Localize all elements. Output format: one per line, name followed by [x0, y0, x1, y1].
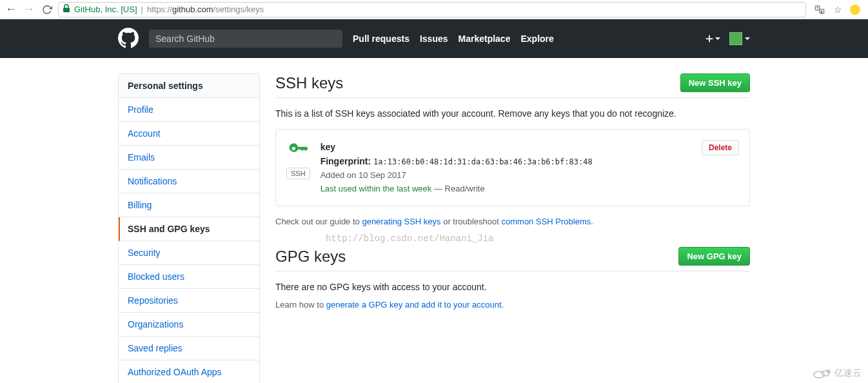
svg-point-4: [822, 371, 829, 376]
sidebar-item-billing[interactable]: Billing: [119, 193, 259, 217]
sidebar-heading: Personal settings: [119, 74, 259, 98]
ssh-heading: SSH keys: [275, 74, 343, 92]
nav-pull-requests[interactable]: Pull requests: [353, 34, 409, 44]
user-menu[interactable]: [729, 32, 750, 45]
settings-sidebar: Personal settings Profile Account Emails…: [118, 74, 260, 383]
generate-gpg-key-link[interactable]: generate a GPG key and add it to your ac…: [326, 300, 502, 309]
translate-icon[interactable]: [814, 4, 825, 15]
search-input[interactable]: [149, 30, 342, 48]
github-logo-icon[interactable]: [118, 28, 139, 50]
sidebar-item-saved-replies[interactable]: Saved replies: [119, 337, 259, 360]
delete-key-button[interactable]: Delete: [702, 140, 739, 155]
caret-down-icon: [745, 37, 750, 40]
key-title: key: [321, 140, 691, 154]
sidebar-item-security[interactable]: Security: [119, 241, 259, 265]
ssh-key-item: SSH key Fingerprint: 1a:13:60:b0:48:1d:3…: [275, 129, 750, 206]
corner-logo: 亿速云: [813, 368, 862, 379]
avatar: [729, 32, 742, 45]
sidebar-item-authorized-oauth-apps[interactable]: Authorized OAuth Apps: [119, 360, 259, 383]
lock-icon: [63, 4, 70, 15]
fingerprint-value: 1a:13:60:b0:48:1d:31:da:63:ba:46:3a:b6:b…: [373, 157, 593, 166]
key-icon: [288, 140, 308, 162]
extension-icon[interactable]: [850, 5, 860, 15]
caret-down-icon: [715, 37, 720, 40]
ssh-badge: SSH: [286, 168, 310, 179]
gpg-empty-message: There are no GPG keys with access to you…: [275, 282, 750, 292]
key-added-date: Added on 10 Sep 2017: [321, 169, 691, 182]
sidebar-item-profile[interactable]: Profile: [119, 98, 259, 122]
header-nav: Pull requests Issues Marketplace Explore: [353, 34, 554, 44]
ev-certificate-label: GitHub, Inc. [US]: [74, 5, 137, 14]
create-new-dropdown[interactable]: [705, 34, 720, 43]
reload-button[interactable]: [40, 3, 54, 17]
common-ssh-problems-link[interactable]: common SSH Problems: [502, 217, 591, 226]
svg-rect-0: [63, 8, 70, 12]
address-bar[interactable]: GitHub, Inc. [US] | https://github.com/s…: [58, 2, 806, 17]
nav-marketplace[interactable]: Marketplace: [459, 34, 511, 44]
nav-explore[interactable]: Explore: [520, 34, 553, 44]
sidebar-item-blocked-users[interactable]: Blocked users: [119, 265, 259, 289]
ssh-description: This is a list of SSH keys associated wi…: [275, 108, 750, 119]
nav-issues[interactable]: Issues: [420, 34, 448, 44]
sidebar-item-notifications[interactable]: Notifications: [119, 170, 259, 193]
ssh-guide-note: Check out our guide to generating SSH ke…: [275, 217, 750, 226]
key-last-used: Last used within the last week: [321, 184, 432, 193]
key-access-level: Read/write: [445, 184, 485, 193]
fingerprint-label: Fingerprint:: [321, 156, 371, 166]
new-ssh-key-button[interactable]: New SSH key: [680, 74, 750, 92]
back-button[interactable]: ←: [4, 3, 18, 17]
browser-toolbar: ← → GitHub, Inc. [US] | https://github.c…: [0, 0, 868, 19]
generating-ssh-keys-link[interactable]: generating SSH keys: [362, 217, 440, 226]
forward-button[interactable]: →: [22, 3, 36, 17]
new-gpg-key-button[interactable]: New GPG key: [678, 247, 750, 266]
gpg-heading: GPG keys: [275, 248, 346, 266]
sidebar-item-ssh-gpg-keys[interactable]: SSH and GPG keys: [119, 217, 259, 241]
github-header: Pull requests Issues Marketplace Explore: [0, 19, 868, 58]
bookmark-star-icon[interactable]: ☆: [832, 4, 843, 15]
sidebar-item-account[interactable]: Account: [119, 122, 259, 146]
sidebar-item-emails[interactable]: Emails: [119, 146, 259, 170]
gpg-learn-note: Learn how to generate a GPG key and add …: [275, 300, 750, 309]
sidebar-item-organizations[interactable]: Organizations: [119, 313, 259, 337]
sidebar-item-repositories[interactable]: Repositories: [119, 289, 259, 313]
